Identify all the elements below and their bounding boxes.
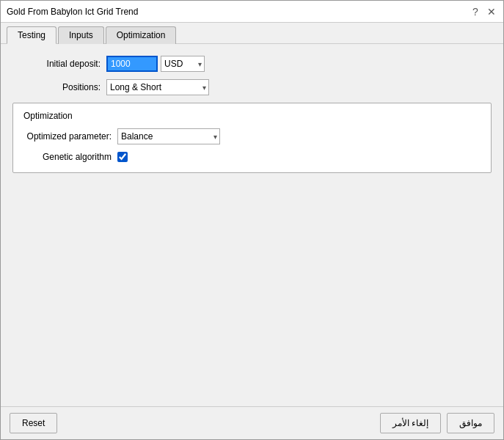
initial-deposit-input[interactable]	[106, 56, 158, 72]
tab-bar: Testing Inputs Optimization	[1, 23, 503, 44]
tab-testing[interactable]: Testing	[7, 26, 56, 44]
help-button[interactable]: ?	[470, 6, 481, 18]
reset-button[interactable]: Reset	[10, 413, 57, 433]
optimization-group-label: Optimization	[23, 111, 481, 121]
positions-select[interactable]: Long & Short Long Only Short Only	[106, 79, 209, 95]
genetic-algorithm-label: Genetic algorithm	[23, 152, 112, 162]
positions-label: Positions:	[12, 82, 101, 92]
main-content: Initial deposit: USD EUR GBP Positions: …	[1, 44, 503, 406]
window-title: Gold From Babylon Ict Grid Trend	[7, 7, 138, 17]
tab-inputs[interactable]: Inputs	[58, 26, 104, 44]
genetic-algorithm-checkbox[interactable]	[117, 152, 128, 162]
positions-row: Positions: Long & Short Long Only Short …	[12, 79, 492, 95]
tab-optimization[interactable]: Optimization	[106, 26, 177, 44]
close-button[interactable]: ✕	[486, 6, 497, 18]
optimized-param-row: Optimized parameter: Balance Profit Fact…	[23, 128, 481, 144]
initial-deposit-label: Initial deposit:	[12, 59, 101, 69]
main-window: Gold From Babylon Ict Grid Trend ? ✕ Tes…	[0, 0, 504, 440]
optimization-group: Optimization Optimized parameter: Balanc…	[12, 103, 492, 173]
title-bar-buttons: ? ✕	[470, 6, 497, 18]
ok-button[interactable]: موافق	[447, 413, 494, 433]
currency-select-wrapper: USD EUR GBP	[161, 56, 205, 72]
title-bar: Gold From Babylon Ict Grid Trend ? ✕	[1, 1, 503, 23]
footer: Reset إلغاء الأمر موافق	[1, 406, 503, 439]
genetic-algorithm-row: Genetic algorithm	[23, 152, 481, 162]
cancel-button[interactable]: إلغاء الأمر	[380, 413, 441, 433]
currency-select[interactable]: USD EUR GBP	[161, 56, 205, 72]
initial-deposit-row: Initial deposit: USD EUR GBP	[12, 56, 492, 72]
positions-select-wrapper: Long & Short Long Only Short Only	[106, 79, 209, 95]
optimized-param-select-wrapper: Balance Profit Factor Expected Payoff Dr…	[117, 128, 220, 144]
optimized-param-select[interactable]: Balance Profit Factor Expected Payoff Dr…	[117, 128, 220, 144]
optimized-param-label: Optimized parameter:	[23, 131, 112, 142]
